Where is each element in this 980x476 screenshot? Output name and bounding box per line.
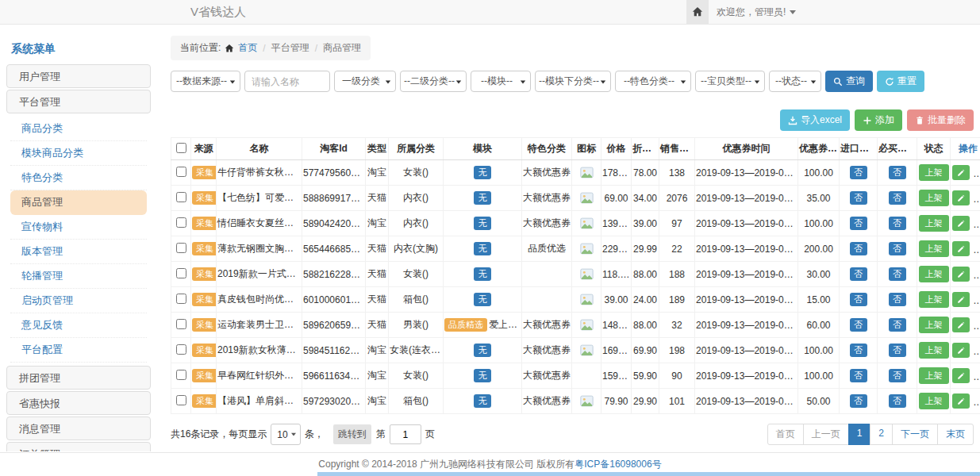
breadcrumb-home-link[interactable]: 首页 — [238, 41, 257, 55]
filter-select[interactable]: --数据来源-- — [171, 71, 240, 92]
select-all-checkbox[interactable] — [176, 143, 186, 153]
edit-button[interactable] — [952, 241, 970, 256]
pager-button[interactable]: 末页 — [937, 424, 974, 445]
imported-badge[interactable]: 否 — [850, 242, 867, 255]
edit-button[interactable] — [952, 190, 970, 205]
must-buy-badge[interactable]: 否 — [889, 318, 906, 332]
home-button[interactable] — [686, 0, 709, 24]
status-button[interactable]: 上架 — [919, 291, 949, 308]
sidebar-item-carousel-management[interactable]: 轮播管理 — [10, 264, 147, 289]
edit-button[interactable] — [952, 267, 970, 282]
sidebar-item-version-management[interactable]: 版本管理 — [10, 240, 147, 264]
delete-button[interactable] — [974, 292, 980, 307]
pager-button[interactable]: 首页 — [767, 424, 804, 445]
imported-badge[interactable]: 否 — [850, 166, 867, 179]
imported-badge[interactable]: 否 — [850, 191, 867, 205]
icp-link[interactable]: 粤ICP备16098006号 — [575, 458, 661, 471]
imported-badge[interactable]: 否 — [850, 369, 867, 382]
filter-select[interactable]: --特色分类-- — [615, 71, 691, 92]
pager-button[interactable]: 2 — [870, 424, 893, 445]
must-buy-badge[interactable]: 否 — [889, 191, 906, 205]
edit-button[interactable] — [952, 368, 970, 383]
delete-button[interactable] — [974, 393, 980, 409]
row-checkbox[interactable] — [176, 294, 186, 304]
sidebar-item-goods-management[interactable]: 商品管理 — [10, 190, 147, 215]
filter-select[interactable]: --宝贝类型-- — [695, 71, 765, 92]
filter-select[interactable]: --模块下分类-- — [535, 71, 611, 92]
status-button[interactable]: 上架 — [919, 215, 949, 232]
add-button[interactable]: 添加 — [855, 109, 902, 131]
sidebar-item-message-management[interactable]: 消息管理 — [6, 416, 151, 440]
search-button[interactable]: 查询 — [825, 71, 873, 92]
status-button[interactable]: 上架 — [919, 190, 949, 206]
jump-page-input[interactable] — [390, 424, 421, 444]
user-menu[interactable]: 欢迎您，管理员! — [717, 0, 796, 24]
delete-button[interactable] — [974, 190, 980, 205]
row-checkbox[interactable] — [176, 268, 186, 278]
status-button[interactable]: 上架 — [919, 342, 949, 359]
imported-badge[interactable]: 否 — [850, 318, 867, 332]
sidebar-item-promo-material[interactable]: 宣传物料 — [10, 215, 147, 240]
filter-select[interactable]: 一级分类 — [334, 71, 396, 92]
status-button[interactable]: 上架 — [919, 317, 949, 333]
pager-button[interactable]: 下一页 — [892, 424, 938, 445]
edit-button[interactable] — [952, 165, 970, 180]
pager-button[interactable]: 1 — [848, 424, 871, 445]
edit-button[interactable] — [952, 292, 970, 307]
edit-button[interactable] — [952, 216, 970, 231]
import-excel-button[interactable]: 导入excel — [780, 109, 850, 131]
delete-button[interactable] — [974, 368, 980, 383]
row-checkbox[interactable] — [176, 344, 186, 355]
row-checkbox[interactable] — [176, 167, 186, 177]
sidebar-item-splash-management[interactable]: 启动页管理 — [10, 289, 147, 313]
row-checkbox[interactable] — [176, 217, 186, 228]
bulk-delete-button[interactable]: 批量删除 — [907, 109, 974, 131]
horizontal-scrollbar[interactable] — [317, 472, 980, 476]
sidebar-item-order-management[interactable]: 订单管理 — [6, 442, 151, 451]
sidebar-item-goods-category[interactable]: 商品分类 — [10, 117, 147, 141]
must-buy-badge[interactable]: 否 — [889, 166, 906, 179]
sidebar-item-module-goods-category[interactable]: 模块商品分类 — [10, 141, 147, 166]
status-button[interactable]: 上架 — [919, 367, 949, 384]
delete-button[interactable] — [974, 317, 980, 332]
delete-button[interactable] — [974, 343, 980, 358]
delete-button[interactable] — [974, 241, 980, 256]
row-checkbox[interactable] — [176, 319, 186, 329]
status-button[interactable]: 上架 — [919, 266, 949, 282]
delete-button[interactable] — [974, 267, 980, 282]
imported-badge[interactable]: 否 — [850, 394, 867, 408]
must-buy-badge[interactable]: 否 — [889, 293, 906, 306]
imported-badge[interactable]: 否 — [850, 344, 867, 357]
status-button[interactable]: 上架 — [919, 164, 949, 181]
row-checkbox[interactable] — [176, 370, 186, 380]
status-button[interactable]: 上架 — [919, 240, 949, 257]
must-buy-badge[interactable]: 否 — [889, 394, 906, 408]
must-buy-badge[interactable]: 否 — [889, 267, 906, 281]
name-search-input[interactable] — [244, 71, 330, 92]
must-buy-badge[interactable]: 否 — [889, 217, 906, 230]
must-buy-badge[interactable]: 否 — [889, 242, 906, 255]
imported-badge[interactable]: 否 — [850, 217, 867, 230]
sidebar-item-feedback[interactable]: 意见反馈 — [10, 313, 147, 338]
sidebar-item-user-management[interactable]: 用户管理 — [6, 64, 151, 88]
delete-button[interactable] — [974, 216, 980, 231]
row-checkbox[interactable] — [176, 395, 186, 405]
edit-button[interactable] — [952, 317, 970, 332]
sidebar-item-platform-config[interactable]: 平台配置 — [10, 338, 147, 363]
sidebar-item-express-news[interactable]: 省惠快报 — [6, 391, 151, 415]
imported-badge[interactable]: 否 — [850, 293, 867, 306]
row-checkbox[interactable] — [176, 243, 186, 253]
edit-button[interactable] — [952, 343, 970, 358]
imported-badge[interactable]: 否 — [850, 267, 867, 281]
delete-button[interactable] — [974, 165, 980, 180]
pager-button[interactable]: 上一页 — [803, 424, 849, 445]
per-page-select[interactable]: 10 — [271, 424, 300, 445]
jump-button[interactable]: 跳转到 — [333, 424, 371, 444]
must-buy-badge[interactable]: 否 — [889, 344, 906, 357]
filter-select[interactable]: --状态-- — [769, 71, 821, 92]
edit-button[interactable] — [952, 393, 970, 409]
status-button[interactable]: 上架 — [919, 393, 949, 409]
filter-select[interactable]: --二级分类-- — [400, 71, 467, 92]
reset-button[interactable]: 重置 — [877, 71, 924, 92]
sidebar-item-group-buy-management[interactable]: 拼团管理 — [6, 366, 151, 390]
